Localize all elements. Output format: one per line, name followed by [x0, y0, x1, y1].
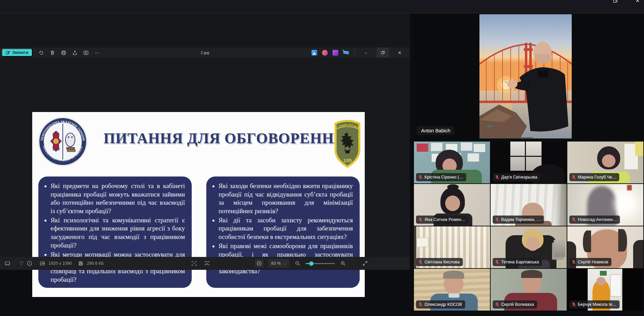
scene-decor — [611, 275, 621, 296]
participants-grid: Крістіна Сіренко (… Дар'я Свічкарьова Ма… — [414, 142, 643, 311]
participant-name: Сергій Волеваха — [501, 302, 534, 307]
designer-app-icon[interactable] — [322, 50, 328, 56]
meeting-titlebar: ✕ — [0, 0, 644, 14]
image-viewer-canvas: ПЕНІТЕНЦІАРНА АКАДЕМІЯ УКРАЇНИ PENITENTI… — [0, 58, 410, 257]
participant-name-badge: Берчук Микола Ів… — [569, 300, 620, 309]
scene-decor — [596, 277, 606, 285]
more-options-icon[interactable]: ⋯ — [93, 49, 102, 57]
statusbar-divider — [14, 260, 15, 267]
participant-name: Вадим Торченюк, … — [501, 217, 541, 222]
statusbar-divider — [354, 260, 354, 267]
photos-app-window: Змінити ⋯ 2.jpg – ✕ — [0, 14, 410, 270]
muted-mic-icon — [495, 260, 499, 264]
participant-tile[interactable]: Вадим Торченюк, … — [491, 184, 567, 226]
scene-decor — [445, 196, 460, 211]
toolbar-divider — [355, 50, 355, 56]
zoom-level-value: 83 % — [271, 261, 281, 266]
slideshow-icon[interactable] — [81, 49, 91, 57]
window-restore-button[interactable] — [610, 0, 620, 4]
photos-toolbar: Змінити ⋯ 2.jpg – ✕ — [0, 48, 410, 58]
scene-decor — [554, 240, 565, 257]
print-icon[interactable] — [59, 49, 69, 57]
participant-tile[interactable]: Новосад-Антонен… — [567, 184, 643, 226]
scene-decor — [526, 237, 539, 251]
filmstrip-icon[interactable] — [3, 259, 12, 267]
chevron-down-icon: ⌄ — [283, 262, 286, 265]
participant-tile[interactable]: Тетяна Барловська — [491, 226, 567, 268]
participant-name: Світлана Кислова — [424, 260, 460, 264]
participant-name-badge: Тетяна Барловська — [493, 258, 542, 266]
participant-name-badge: Марина Голуб Че… — [569, 173, 619, 181]
muted-mic-icon — [571, 302, 576, 307]
participant-tile[interactable]: Дар'я Свічкарьова — [491, 142, 567, 183]
participant-tile[interactable]: Берчук Микола Ів… — [567, 269, 643, 311]
participant-tile[interactable]: Марина Голуб Че… — [567, 142, 643, 183]
clipchamp-app-icon[interactable] — [333, 50, 338, 56]
photos-app-icon[interactable] — [311, 50, 317, 56]
actual-size-button[interactable] — [255, 259, 264, 267]
scene-decor — [416, 238, 428, 247]
muted-mic-icon — [495, 302, 499, 307]
delete-icon[interactable] — [48, 49, 57, 57]
zoom-in-icon[interactable] — [339, 259, 347, 267]
participant-name: Яна Ситник Ромен… — [424, 217, 466, 222]
rotate-icon[interactable] — [37, 49, 46, 57]
zoom-level-dropdown[interactable]: 83 % ⌄ — [268, 259, 289, 268]
scene-decor — [602, 154, 615, 167]
participant-name: Тетяна Барловська — [501, 260, 539, 264]
question-item: Які заходи безпеки необхідно вжити праці… — [219, 182, 353, 216]
file-size: 290.6 КБ — [87, 261, 104, 266]
text-actions-icon[interactable] — [203, 259, 211, 267]
participant-tile[interactable]: Світлана Кислова — [414, 226, 490, 268]
favorite-heart-icon[interactable]: ♡ — [17, 259, 25, 267]
muted-mic-icon — [571, 217, 576, 222]
scene-decor — [618, 229, 627, 252]
filesize-icon — [77, 259, 85, 267]
panel-drag-handle[interactable] — [518, 137, 533, 139]
onedrive-disconnected-icon[interactable] — [343, 50, 350, 56]
participant-tile[interactable]: Сергій Волеваха — [491, 269, 567, 311]
participant-tile[interactable]: Крістіна Сіренко (… — [414, 142, 490, 183]
questions-box-left: Які предмети на робочому столі та в кабі… — [38, 176, 192, 288]
featured-speaker-tile[interactable]: Anton Babich — [413, 14, 644, 139]
participant-tile[interactable]: Сергій Новиков — [567, 226, 643, 268]
edit-label: Змінити — [12, 50, 29, 55]
zoom-slider[interactable] — [306, 263, 335, 264]
muted-mic-icon — [418, 217, 423, 222]
scene-decor — [449, 293, 459, 298]
minimize-button[interactable]: – — [360, 48, 372, 58]
restore-button[interactable] — [377, 48, 389, 58]
participant-tile[interactable]: Яна Ситник Ромен… — [414, 184, 490, 226]
scene-decor — [583, 230, 591, 252]
scene-decor — [633, 240, 643, 268]
share-icon[interactable] — [70, 49, 80, 57]
participant-tile[interactable]: Олександр КОСОВ — [414, 269, 490, 311]
muted-mic-icon — [418, 175, 423, 180]
participant-name-badge: Сергій Новиков — [569, 258, 611, 266]
question-item: Які предмети на робочому столі та в кабі… — [51, 182, 185, 216]
scene-decor — [635, 142, 643, 156]
zoom-out-icon[interactable] — [293, 259, 302, 267]
close-button[interactable]: ✕ — [394, 48, 406, 58]
scene-decor — [600, 271, 607, 276]
participant-name-badge: Світлана Кислова — [416, 258, 463, 266]
zoom-slider-handle[interactable] — [309, 261, 314, 266]
fullscreen-icon[interactable] — [361, 259, 369, 267]
participant-name: Олександр КОСОВ — [424, 302, 462, 307]
scene-decor — [510, 156, 542, 157]
photos-statusbar: ♡ 1920 x 1080 290.6 КБ 83 % ⌄ — [0, 257, 410, 270]
scene-decor — [521, 270, 542, 278]
academy-emblem: ПЕНІТЕНЦІАРНА АКАДЕМІЯ УКРАЇНИ PENITENTI… — [37, 116, 88, 167]
zoom-to-fit-icon[interactable] — [190, 259, 198, 267]
participant-name-badge: Новосад-Антонен… — [569, 216, 620, 224]
edit-button[interactable]: Змінити — [2, 49, 33, 57]
muted-mic-icon — [495, 175, 499, 180]
emblem-owl — [65, 133, 75, 147]
window-close-icon[interactable]: ✕ — [632, 0, 643, 4]
scene-decor — [627, 185, 632, 190]
muted-mic-icon — [495, 217, 499, 222]
info-icon[interactable] — [25, 259, 34, 267]
featured-speaker-name: Anton Babich — [417, 126, 455, 135]
dimensions-icon — [38, 259, 46, 267]
participant-name: Дар'я Свічкарьова — [501, 175, 537, 180]
